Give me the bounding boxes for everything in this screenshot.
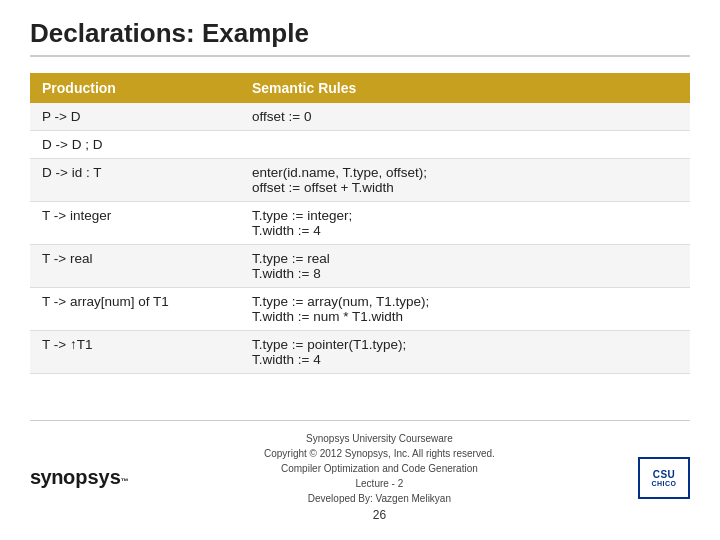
- logo-text-syn: syn: [30, 466, 63, 489]
- cell-semantic: [240, 131, 690, 159]
- declarations-table: Production Semantic Rules P -> Doffset :…: [30, 73, 690, 374]
- page-number: 26: [264, 506, 495, 524]
- footer: synopsys™ Synopsys University Courseware…: [30, 420, 690, 524]
- logo-text-opsys: opsys: [63, 466, 121, 489]
- cell-production: T -> array[num] of T1: [30, 288, 240, 331]
- copyright-line3: Compiler Optimization and Code Generatio…: [264, 461, 495, 476]
- table-row: T -> realT.type := realT.width := 8: [30, 245, 690, 288]
- copyright-line2: Copyright © 2012 Synopsys, Inc. All righ…: [264, 446, 495, 461]
- copyright-line1: Synopsys University Courseware: [264, 431, 495, 446]
- csu-logo: CSU CHICO: [638, 457, 690, 499]
- header-semantic: Semantic Rules: [240, 73, 690, 103]
- table-row: P -> Doffset := 0: [30, 103, 690, 131]
- logo-trademark: ™: [121, 477, 129, 486]
- cell-semantic: T.type := array(num, T1.type);T.width :=…: [240, 288, 690, 331]
- copyright-line5: Developed By: Vazgen Melikyan: [264, 491, 495, 506]
- csu-logo-text: CSU: [653, 469, 676, 480]
- cell-production: T -> real: [30, 245, 240, 288]
- cell-production: P -> D: [30, 103, 240, 131]
- table-row: D -> id : Tenter(id.name, T.type, offset…: [30, 159, 690, 202]
- cell-semantic: enter(id.name, T.type, offset);offset :=…: [240, 159, 690, 202]
- cell-production: T -> integer: [30, 202, 240, 245]
- table-row: D -> D ; D: [30, 131, 690, 159]
- synopsys-logo: synopsys™: [30, 466, 129, 489]
- table-header-row: Production Semantic Rules: [30, 73, 690, 103]
- cell-semantic: T.type := integer;T.width := 4: [240, 202, 690, 245]
- csu-logo-sub: CHICO: [651, 480, 676, 487]
- cell-semantic: T.type := pointer(T1.type);T.width := 4: [240, 331, 690, 374]
- copyright-line4: Lecture - 2: [264, 476, 495, 491]
- cell-semantic: offset := 0: [240, 103, 690, 131]
- cell-production: D -> id : T: [30, 159, 240, 202]
- slide: Declarations: Example Production Semanti…: [0, 0, 720, 540]
- cell-semantic: T.type := realT.width := 8: [240, 245, 690, 288]
- slide-title: Declarations: Example: [30, 18, 690, 57]
- footer-right: CSU CHICO: [630, 457, 690, 499]
- header-production: Production: [30, 73, 240, 103]
- cell-production: D -> D ; D: [30, 131, 240, 159]
- table-row: T -> array[num] of T1T.type := array(num…: [30, 288, 690, 331]
- table-container: Production Semantic Rules P -> Doffset :…: [30, 73, 690, 412]
- table-row: T -> ↑T1T.type := pointer(T1.type);T.wid…: [30, 331, 690, 374]
- table-row: T -> integerT.type := integer;T.width :=…: [30, 202, 690, 245]
- cell-production: T -> ↑T1: [30, 331, 240, 374]
- footer-center: Synopsys University Courseware Copyright…: [264, 431, 495, 524]
